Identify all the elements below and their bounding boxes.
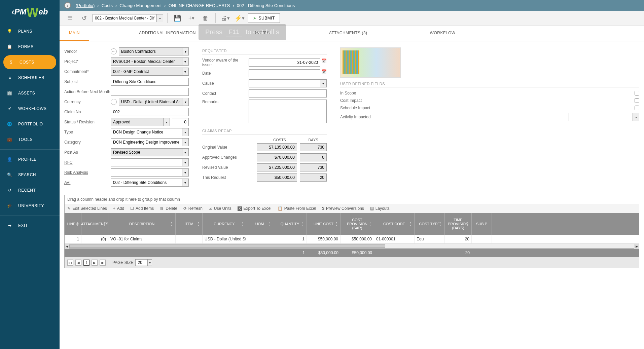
sidebar-item-university[interactable]: 🎓UNIVERSITY	[0, 198, 60, 214]
sidebar-item-workflows[interactable]: ✔WORKFLOWS	[0, 101, 60, 116]
delete-button[interactable]: 🗑Delete	[160, 206, 177, 211]
sched-impact-checkbox[interactable]	[635, 106, 639, 110]
add-items-button[interactable]: ☐Add Items	[130, 206, 154, 211]
submit-button[interactable]: ➤SUBMIT	[248, 13, 280, 23]
add-button[interactable]: +Add	[113, 206, 124, 211]
ellipsis-icon[interactable]: ⋯	[111, 99, 117, 105]
chevron-down-icon[interactable]: ▾	[182, 138, 189, 146]
sidebar-item-profile[interactable]: 👤PROFILE	[0, 152, 60, 167]
print-icon[interactable]: 🖨▾	[220, 13, 231, 24]
chevron-down-icon[interactable]: ▾	[182, 98, 189, 106]
date-field[interactable]	[249, 69, 320, 77]
vendor-aware-field[interactable]	[249, 59, 320, 67]
contact-field[interactable]	[249, 89, 327, 98]
use-units-toggle[interactable]: ☑Use Units	[209, 206, 231, 211]
label-rfc[interactable]: RFC	[64, 160, 111, 165]
col-uom[interactable]: UOM⋮	[246, 213, 273, 235]
sidebar-item-assets[interactable]: 🏢ASSETS	[0, 85, 60, 101]
info-icon[interactable]: i	[64, 2, 71, 9]
label-avi[interactable]: AVI	[64, 180, 111, 185]
type-field[interactable]	[111, 128, 182, 136]
pager-last-icon[interactable]: ⏭	[100, 260, 106, 266]
save-icon[interactable]: 💾	[172, 13, 183, 24]
label-risk[interactable]: Risk Analysis	[64, 170, 111, 175]
sidebar-item-recent[interactable]: ↺RECENT	[0, 183, 60, 198]
tab-additional-info[interactable]: ADDITIONAL INFORMATION	[130, 26, 205, 41]
col-attachments[interactable]: ATTACHMENTS⋮	[81, 213, 108, 235]
calendar-icon[interactable]: 📅	[322, 69, 327, 77]
chevron-down-icon[interactable]: ▾	[182, 68, 189, 76]
col-item[interactable]: ITEM⋮	[176, 213, 203, 235]
col-currency[interactable]: CURRENCY⋮	[203, 213, 246, 235]
revision-field[interactable]	[172, 118, 189, 126]
chevron-down-icon[interactable]: ▾	[182, 179, 189, 187]
status-field[interactable]	[111, 118, 163, 126]
export-excel-button[interactable]: XExport To Excel	[238, 206, 272, 211]
history-icon[interactable]: ↺	[78, 13, 90, 24]
col-cost-type[interactable]: COST TYPE⋮	[415, 213, 445, 235]
breadcrumb-change-mgmt[interactable]: Change Management	[119, 3, 162, 8]
record-selector-input[interactable]	[93, 14, 156, 22]
breadcrumb-root[interactable]: (Portfolio)	[76, 3, 95, 8]
paste-excel-button[interactable]: 📋Paste From Excel	[278, 206, 316, 211]
cell-attachments[interactable]: (0)	[81, 235, 108, 243]
chevron-down-icon[interactable]: ▾	[182, 158, 189, 166]
sidebar-item-portfolio[interactable]: 🌐PORTFOLIO	[0, 116, 60, 132]
dashboard-thumbnail[interactable]	[340, 47, 401, 78]
commitment-field[interactable]	[111, 68, 182, 76]
pager-first-icon[interactable]: ⏮	[67, 260, 73, 266]
col-unit-cost[interactable]: UNIT COST⋮	[307, 213, 341, 235]
claim-no-field[interactable]	[111, 108, 189, 116]
post-as-field[interactable]	[111, 148, 182, 156]
col-time-provision[interactable]: TIME PROVISION (DAYS)⋮	[445, 213, 472, 235]
layouts-button[interactable]: ▤Layouts	[370, 206, 390, 211]
scroll-left-icon[interactable]: ◀	[65, 244, 69, 249]
in-scope-checkbox[interactable]	[635, 91, 639, 95]
bolt-icon[interactable]: ⚡▾	[234, 13, 245, 24]
chevron-down-icon[interactable]: ▾	[182, 128, 189, 136]
grid-group-drop[interactable]: Drag a column header and drop it here to…	[65, 195, 639, 204]
pager-prev-icon[interactable]: ◀	[75, 260, 81, 266]
col-cost-provision[interactable]: COST PROVISION (SAR)⋮	[341, 213, 374, 235]
category-field[interactable]	[111, 138, 182, 146]
refresh-button[interactable]: ⟳Refresh	[183, 206, 203, 211]
action-before-field[interactable]	[111, 88, 189, 96]
chevron-down-icon[interactable]: ▾	[147, 259, 152, 266]
scroll-thumb[interactable]	[69, 244, 385, 248]
sidebar-item-costs[interactable]: $COSTS	[3, 55, 56, 69]
vendor-field[interactable]	[119, 47, 182, 55]
col-description[interactable]: DESCRIPTION⋮	[108, 213, 176, 235]
chevron-down-icon[interactable]: ▾	[633, 113, 639, 121]
activity-impacted-field[interactable]	[569, 113, 633, 121]
chevron-down-icon[interactable]: ▾	[182, 47, 189, 55]
table-row[interactable]: 1 (0) VO -01 for Claims USD - Dollar (Un…	[65, 235, 639, 244]
sidebar-item-search[interactable]: 🔍SEARCH	[0, 167, 60, 183]
chevron-down-icon[interactable]: ▾	[156, 14, 163, 22]
col-cost-code[interactable]: COST CODE⋮	[374, 213, 415, 235]
avi-field[interactable]	[111, 179, 182, 187]
cost-impact-checkbox[interactable]	[635, 98, 639, 103]
chevron-down-icon[interactable]: ▾	[182, 148, 189, 156]
currency-field[interactable]	[119, 98, 182, 106]
record-selector[interactable]: ▾	[93, 14, 163, 22]
sidebar-item-tools[interactable]: 💼TOOLS	[0, 132, 60, 147]
add-icon[interactable]: +▾	[186, 13, 197, 24]
col-line[interactable]: LINE #⋮	[65, 213, 81, 235]
sidebar-item-forms[interactable]: 📋FORMS	[0, 39, 60, 54]
col-quantity[interactable]: QUANTITY⋮	[273, 213, 307, 235]
list-view-icon[interactable]: ☰	[64, 13, 76, 24]
risk-field[interactable]	[111, 168, 182, 177]
rfc-field[interactable]	[111, 158, 182, 166]
sidebar-item-exit[interactable]: ➡EXIT	[0, 218, 60, 233]
tab-main[interactable]: MAIN	[60, 26, 89, 41]
edit-lines-button[interactable]: ✎Edit Selected Lines	[67, 206, 107, 211]
page-size-field[interactable]	[135, 259, 147, 266]
calendar-icon[interactable]: 📅	[322, 59, 327, 67]
cell-cost-code[interactable]: 01-000001	[374, 235, 415, 243]
breadcrumb-costs[interactable]: Costs	[102, 3, 113, 8]
pager-next-icon[interactable]: ▶	[92, 260, 98, 266]
project-field[interactable]	[111, 57, 182, 66]
chevron-down-icon[interactable]: ▾	[182, 168, 189, 177]
remarks-field[interactable]	[249, 100, 327, 123]
chevron-down-icon[interactable]: ▾	[320, 79, 327, 87]
